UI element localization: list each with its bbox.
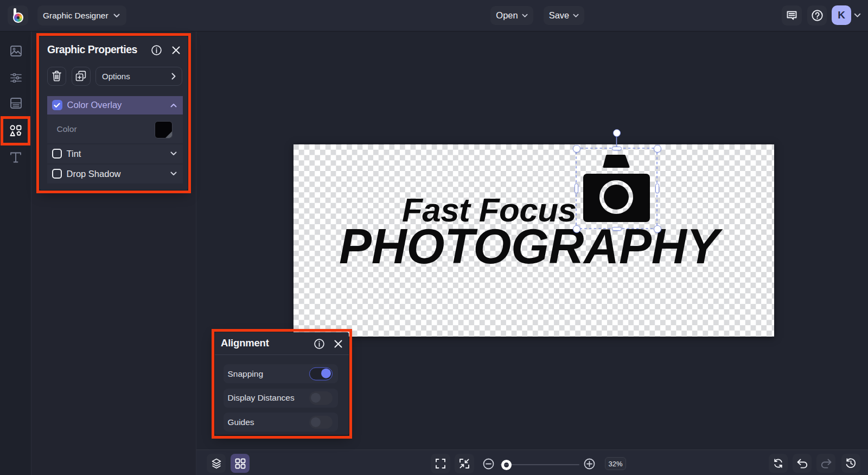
fullscreen-icon (435, 458, 446, 469)
open-button[interactable]: Open (490, 6, 533, 25)
toggle-knob (321, 369, 331, 378)
display-distances-row: Display Distances (224, 389, 339, 408)
chevron-down-icon (113, 14, 120, 18)
sidebar-item-text[interactable] (0, 145, 31, 169)
toggle-knob (311, 393, 321, 403)
zoom-in-button[interactable] (584, 458, 595, 470)
snapping-row: Snapping (224, 364, 339, 383)
info-icon[interactable] (151, 45, 162, 55)
snapping-toggle[interactable] (309, 367, 333, 381)
color-label: Color (57, 124, 77, 134)
swatch-corner (165, 131, 173, 138)
snapping-label: Snapping (228, 369, 264, 379)
shapes-icon (10, 125, 22, 137)
redo-button[interactable] (816, 454, 835, 473)
save-label: Save (549, 10, 570, 21)
sidebar-item-image-manager[interactable] (0, 39, 31, 63)
sidebar-item-graphics[interactable] (0, 119, 31, 143)
reset-button[interactable] (769, 454, 788, 473)
chevron-down-icon[interactable] (170, 172, 177, 176)
tint-row[interactable]: Tint (47, 144, 183, 163)
app-mode-label: Graphic Designer (43, 11, 108, 21)
graphic-properties-panel: Graphic Properties Options (40, 36, 188, 190)
color-overlay-label: Color Overlay (67, 100, 122, 110)
sidebar-item-templates[interactable] (0, 91, 31, 115)
layout-icon (10, 98, 22, 109)
zoom-slider-track[interactable] (500, 464, 579, 465)
info-icon[interactable] (314, 339, 324, 349)
app-mode-switcher[interactable]: Graphic Designer (37, 5, 126, 26)
sliders-icon (10, 73, 22, 83)
color-overlay-checkbox[interactable] (52, 100, 62, 110)
options-button[interactable]: Options (95, 67, 182, 86)
color-swatch[interactable] (155, 121, 173, 138)
color-setting-row: Color (47, 115, 183, 143)
zoom-slider-knob[interactable] (501, 460, 512, 470)
trash-icon (52, 71, 62, 81)
undo-icon (796, 459, 808, 468)
zoom-percent-badge: 32% (605, 457, 626, 470)
layers-icon (210, 458, 222, 470)
guides-toggle[interactable] (309, 415, 333, 429)
fullscreen-button[interactable] (431, 454, 450, 473)
chevron-down-icon[interactable] (170, 151, 177, 156)
check-icon (54, 103, 60, 108)
sync-icon (773, 458, 784, 469)
toggle-knob (311, 417, 321, 427)
text-icon (10, 151, 22, 163)
chevron-right-icon (171, 73, 176, 80)
chat-icon (786, 10, 797, 21)
panel-title: Alignment (221, 337, 269, 349)
zoom-percent: 32% (608, 460, 622, 468)
display-distances-label: Display Distances (228, 393, 295, 403)
alignment-panel: Alignment Snapping Display Distances Gui… (215, 332, 349, 435)
logo-text-line2[interactable]: PHOTOGRAPHY (339, 222, 719, 271)
help-icon (811, 9, 824, 22)
fit-screen-icon (459, 458, 470, 469)
tint-checkbox[interactable] (52, 149, 62, 159)
color-overlay-row[interactable]: Color Overlay (47, 96, 183, 115)
divider (215, 354, 349, 355)
chevron-down-icon (573, 14, 579, 18)
bottom-toolbar: 32% (196, 449, 868, 475)
panel-title: Graphic Properties (47, 43, 137, 56)
redo-icon (820, 459, 832, 468)
left-sidebar (0, 31, 31, 475)
drop-shadow-row[interactable]: Drop Shadow (47, 164, 183, 183)
drop-shadow-label: Drop Shadow (67, 169, 121, 179)
guides-label: Guides (228, 417, 254, 427)
delete-button[interactable] (47, 67, 67, 86)
zoom-out-button[interactable] (483, 458, 494, 470)
rotation-handle[interactable] (613, 129, 621, 137)
chevron-down-icon (522, 14, 528, 18)
feedback-chat-button[interactable] (782, 5, 802, 26)
design-canvas[interactable]: Fast Focus PHOTOGRAPHY (293, 144, 774, 337)
drop-shadow-checkbox[interactable] (52, 169, 62, 179)
grid-view-button[interactable] (231, 454, 250, 473)
guides-row: Guides (224, 413, 339, 432)
top-bar: Graphic Designer Open Save K (0, 0, 868, 31)
fit-to-screen-button[interactable] (455, 454, 474, 473)
avatar-initial: K (838, 9, 845, 21)
undo-button[interactable] (793, 454, 812, 473)
save-button[interactable]: Save (544, 6, 584, 25)
duplicate-button[interactable] (72, 67, 91, 86)
befunky-logo[interactable] (8, 5, 28, 26)
chevron-up-icon[interactable] (170, 103, 177, 107)
close-icon[interactable] (172, 46, 180, 54)
display-distances-toggle[interactable] (309, 391, 333, 405)
user-avatar[interactable]: K (832, 5, 851, 25)
history-button[interactable] (841, 454, 860, 473)
image-icon (10, 46, 22, 56)
sidebar-item-edit[interactable] (0, 66, 31, 90)
duplicate-icon (75, 71, 86, 81)
tint-label: Tint (67, 149, 81, 159)
account-chevron-down-icon[interactable] (854, 13, 861, 18)
close-icon[interactable] (334, 340, 342, 348)
logo-color-wheel-icon (13, 12, 23, 22)
help-button[interactable] (807, 5, 827, 26)
open-label: Open (496, 10, 518, 21)
options-label: Options (102, 72, 130, 81)
layers-button[interactable] (207, 454, 226, 473)
history-icon (845, 458, 857, 469)
